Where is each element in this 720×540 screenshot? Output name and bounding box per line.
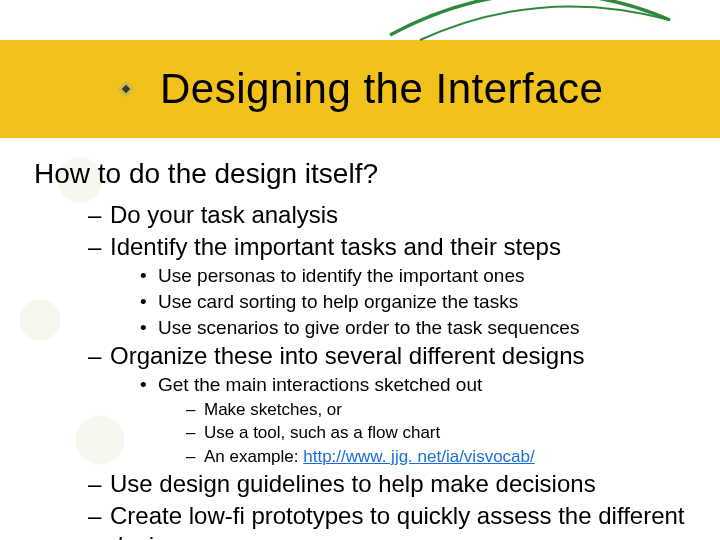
outline-level-3: Make sketches, or Use a tool, such as a … <box>186 399 700 467</box>
slide-title: Designing the Interface <box>160 65 603 113</box>
list-item: Organize these into several different de… <box>88 341 700 467</box>
item-text: An example: <box>204 447 303 466</box>
list-item: Do your task analysis <box>88 200 700 230</box>
example-link[interactable]: http://www. jjg. net/ia/visvocab/ <box>303 447 535 466</box>
list-item: Create low-fi prototypes to quickly asse… <box>88 501 700 540</box>
list-item: Get the main interactions sketched out M… <box>140 373 700 467</box>
item-text: Organize these into several different de… <box>110 342 585 369</box>
list-item: Use design guidelines to help make decis… <box>88 469 700 499</box>
list-item: Use a tool, such as a flow chart <box>186 422 700 443</box>
item-text: Identify the important tasks and their s… <box>110 233 561 260</box>
title-bullet-icon <box>118 81 134 97</box>
item-text: Make sketches, or <box>204 400 342 419</box>
list-item: An example: http://www. jjg. net/ia/visv… <box>186 446 700 467</box>
item-text: Use personas to identify the important o… <box>158 265 524 286</box>
item-text: Use design guidelines to help make decis… <box>110 470 596 497</box>
item-text: Use card sorting to help organize the ta… <box>158 291 518 312</box>
list-item: Use scenarios to give order to the task … <box>140 316 700 340</box>
list-item: Use card sorting to help organize the ta… <box>140 290 700 314</box>
item-text: Get the main interactions sketched out <box>158 374 482 395</box>
outline-level-1: Do your task analysis Identify the impor… <box>88 200 700 540</box>
item-text: Do your task analysis <box>110 201 338 228</box>
list-item: Identify the important tasks and their s… <box>88 232 700 339</box>
slide-body: How to do the design itself? Do your tas… <box>34 150 700 540</box>
list-item: Make sketches, or <box>186 399 700 420</box>
item-text: Create low-fi prototypes to quickly asse… <box>110 502 685 540</box>
list-item: Use personas to identify the important o… <box>140 264 700 288</box>
decorative-swoosh <box>380 0 680 60</box>
item-text: Use scenarios to give order to the task … <box>158 317 579 338</box>
outline-level-2: Get the main interactions sketched out M… <box>140 373 700 467</box>
outline-level-2: Use personas to identify the important o… <box>140 264 700 339</box>
body-heading: How to do the design itself? <box>34 158 700 190</box>
item-text: Use a tool, such as a flow chart <box>204 423 440 442</box>
